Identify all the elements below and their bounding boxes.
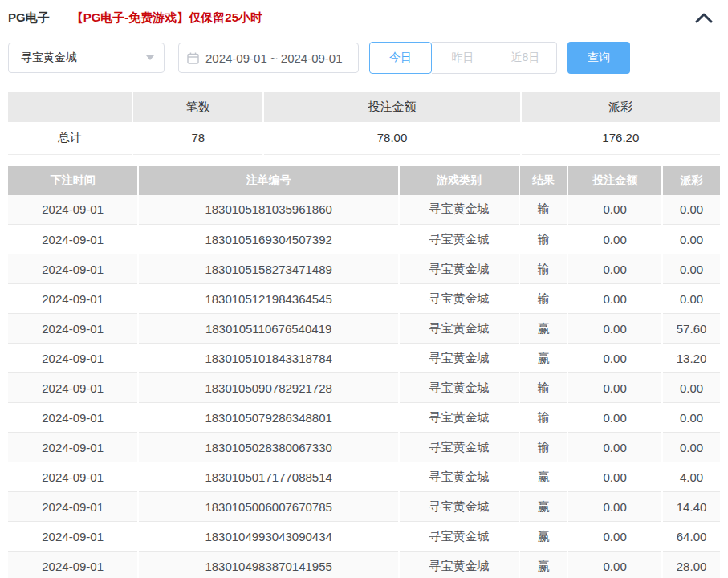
cell-bet-time: 2024-09-01 xyxy=(8,314,138,344)
page-title: PG电子 xyxy=(8,10,50,26)
cell-order-id: 1830105121984364545 xyxy=(138,284,399,314)
cell-result: 输 xyxy=(519,403,567,433)
summary-header-payout: 派彩 xyxy=(521,92,720,122)
table-row: 2024-09-011830105028380067330寻宝黄金城输0.000… xyxy=(8,433,720,462)
cell-game-type: 寻宝黄金城 xyxy=(399,552,519,578)
cell-game-type: 寻宝黄金城 xyxy=(399,195,519,225)
date-range-input[interactable]: 2024-09-01 ~ 2024-09-01 xyxy=(178,43,359,73)
cell-game-type: 寻宝黄金城 xyxy=(399,433,519,462)
summary-total-count: 78 xyxy=(132,122,263,154)
today-button[interactable]: 今日 xyxy=(369,42,432,74)
cell-payout: 4.00 xyxy=(662,462,720,492)
summary-header-blank xyxy=(8,92,132,122)
cell-order-id: 1830105101843318784 xyxy=(138,344,399,373)
table-row: 2024-09-011830105017177088514寻宝黄金城赢0.004… xyxy=(8,462,720,492)
cell-order-id: 1830105158273471489 xyxy=(138,254,399,284)
cell-bet-amount: 0.00 xyxy=(567,314,662,344)
summary-header-row: 笔数 投注金额 派彩 xyxy=(8,92,720,122)
cell-payout: 0.00 xyxy=(662,403,720,433)
cell-bet-amount: 0.00 xyxy=(567,344,662,373)
records-header-bet-amount: 投注金额 xyxy=(567,166,662,195)
cell-result: 赢 xyxy=(519,552,567,578)
cell-bet-time: 2024-09-01 xyxy=(8,373,138,403)
table-row: 2024-09-011830104983870141955寻宝黄金城赢0.002… xyxy=(8,552,720,578)
records-header-game-type: 游戏类别 xyxy=(399,166,519,195)
summary-total-payout: 176.20 xyxy=(521,122,720,154)
cell-order-id: 1830105169304507392 xyxy=(138,225,399,254)
cell-game-type: 寻宝黄金城 xyxy=(399,344,519,373)
cell-order-id: 1830104993043090434 xyxy=(138,522,399,552)
cell-payout: 0.00 xyxy=(662,225,720,254)
cell-bet-amount: 0.00 xyxy=(567,522,662,552)
cell-game-type: 寻宝黄金城 xyxy=(399,373,519,403)
cell-payout: 0.00 xyxy=(662,433,720,462)
game-select-value: 寻宝黄金城 xyxy=(21,51,77,65)
cell-result: 赢 xyxy=(519,344,567,373)
cell-payout: 28.00 xyxy=(662,552,720,578)
cell-game-type: 寻宝黄金城 xyxy=(399,403,519,433)
report-panel: PG电子 【PG电子-免费游戏】仅保留25小时 寻宝黄金城 2024-09-01… xyxy=(0,0,728,578)
yesterday-button[interactable]: 昨日 xyxy=(432,42,494,74)
table-row: 2024-09-011830104993043090434寻宝黄金城赢0.006… xyxy=(8,522,720,552)
table-row: 2024-09-011830105006007670785寻宝黄金城赢0.001… xyxy=(8,492,720,522)
records-header-order-id: 注单编号 xyxy=(138,166,399,195)
summary-table: 笔数 投注金额 派彩 总计 78 78.00 176.20 xyxy=(8,92,720,155)
cell-result: 输 xyxy=(519,195,567,225)
cell-bet-amount: 0.00 xyxy=(567,195,662,225)
cell-order-id: 1830104983870141955 xyxy=(138,552,399,578)
cell-bet-amount: 0.00 xyxy=(567,284,662,314)
cell-bet-amount: 0.00 xyxy=(567,552,662,578)
cell-bet-time: 2024-09-01 xyxy=(8,552,138,578)
cell-result: 赢 xyxy=(519,314,567,344)
cell-bet-time: 2024-09-01 xyxy=(8,522,138,552)
quick-date-button-group: 今日 昨日 近8日 xyxy=(369,42,557,74)
search-button[interactable]: 查询 xyxy=(567,42,630,74)
cell-bet-amount: 0.00 xyxy=(567,254,662,284)
cell-game-type: 寻宝黄金城 xyxy=(399,254,519,284)
summary-header-count: 笔数 xyxy=(132,92,263,122)
cell-bet-time: 2024-09-01 xyxy=(8,462,138,492)
cell-bet-time: 2024-09-01 xyxy=(8,284,138,314)
cell-game-type: 寻宝黄金城 xyxy=(399,314,519,344)
cell-order-id: 1830105079286348801 xyxy=(138,403,399,433)
records-header-result: 结果 xyxy=(519,166,567,195)
cell-payout: 0.00 xyxy=(662,195,720,225)
summary-total-row: 总计 78 78.00 176.20 xyxy=(8,122,720,154)
calendar-icon xyxy=(187,52,199,64)
table-row: 2024-09-011830105181035961860寻宝黄金城输0.000… xyxy=(8,195,720,225)
game-select[interactable]: 寻宝黄金城 xyxy=(8,43,165,73)
cell-order-id: 1830105110676540419 xyxy=(138,314,399,344)
cell-bet-amount: 0.00 xyxy=(567,433,662,462)
cell-bet-amount: 0.00 xyxy=(567,403,662,433)
cell-bet-time: 2024-09-01 xyxy=(8,254,138,284)
cell-payout: 64.00 xyxy=(662,522,720,552)
cell-bet-time: 2024-09-01 xyxy=(8,492,138,522)
summary-total-bet-amount: 78.00 xyxy=(263,122,520,154)
cell-payout: 0.00 xyxy=(662,254,720,284)
cell-order-id: 1830105017177088514 xyxy=(138,462,399,492)
summary-header-bet-amount: 投注金额 xyxy=(263,92,520,122)
cell-bet-amount: 0.00 xyxy=(567,492,662,522)
table-row: 2024-09-011830105101843318784寻宝黄金城赢0.001… xyxy=(8,344,720,373)
cell-payout: 14.40 xyxy=(662,492,720,522)
collapse-button[interactable] xyxy=(693,9,715,26)
cell-bet-time: 2024-09-01 xyxy=(8,195,138,225)
cell-game-type: 寻宝黄金城 xyxy=(399,492,519,522)
cell-bet-amount: 0.00 xyxy=(567,373,662,403)
cell-game-type: 寻宝黄金城 xyxy=(399,462,519,492)
cell-order-id: 1830105028380067330 xyxy=(138,433,399,462)
cell-result: 赢 xyxy=(519,522,567,552)
table-row: 2024-09-011830105090782921728寻宝黄金城输0.000… xyxy=(8,373,720,403)
cell-bet-time: 2024-09-01 xyxy=(8,225,138,254)
notice-text: 【PG电子-免费游戏】仅保留25小时 xyxy=(71,10,262,26)
cell-game-type: 寻宝黄金城 xyxy=(399,225,519,254)
cell-order-id: 1830105006007670785 xyxy=(138,492,399,522)
table-row: 2024-09-011830105158273471489寻宝黄金城输0.000… xyxy=(8,254,720,284)
chevron-up-icon xyxy=(695,12,713,23)
cell-game-type: 寻宝黄金城 xyxy=(399,284,519,314)
last-8-days-button[interactable]: 近8日 xyxy=(494,42,557,74)
cell-order-id: 1830105090782921728 xyxy=(138,373,399,403)
records-header-bet-time: 下注时间 xyxy=(8,166,138,195)
cell-result: 输 xyxy=(519,433,567,462)
table-row: 2024-09-011830105110676540419寻宝黄金城赢0.005… xyxy=(8,314,720,344)
